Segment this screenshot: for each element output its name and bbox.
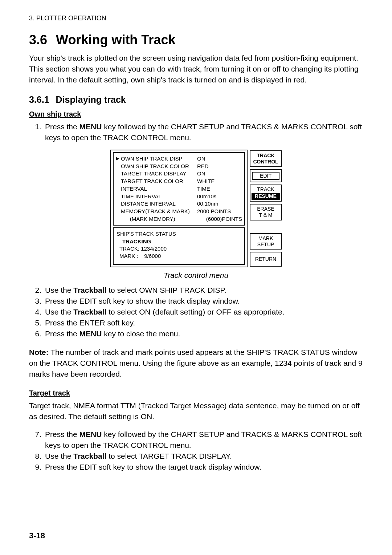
menu-settings-list: OWN SHIP TRACK DISPONOWN SHIP TRACK COLO… bbox=[113, 152, 245, 226]
menu-key: MEMORY(TRACK & MARK) bbox=[121, 208, 197, 215]
menu-value: RED bbox=[197, 163, 242, 170]
menu-soft-keys: TRACK CONTROL EDIT TRACK RESUME ERASE T … bbox=[248, 150, 282, 267]
menu-key: INTERVAL bbox=[121, 185, 197, 193]
step-3: 3. Press the EDIT soft key to show the t… bbox=[29, 296, 363, 307]
step-1: 1. Press the MENU key followed by the CH… bbox=[29, 121, 363, 143]
step-4: 4. Use the Trackball to select ON (defau… bbox=[29, 307, 363, 317]
step-text: Use the Trackball to select TARGET TRACK… bbox=[45, 451, 363, 462]
soft-key-mark-setup[interactable]: MARK SETUP bbox=[250, 233, 282, 250]
menu-row: DISTANCE INTERVAL00.10nm bbox=[116, 200, 242, 208]
menu-row: OWN SHIP TRACK DISPON bbox=[116, 155, 242, 163]
menu-value: (6000)POINTS bbox=[206, 215, 242, 223]
soft-key-track-control[interactable]: TRACK CONTROL bbox=[250, 150, 282, 167]
soft-key-edit[interactable]: EDIT bbox=[250, 169, 282, 183]
menu-row: TIME INTERVAL00m10s bbox=[116, 193, 242, 200]
step-number: 3. bbox=[29, 296, 41, 307]
figure-caption: Track control menu bbox=[29, 271, 363, 280]
menu-value: ON bbox=[197, 155, 242, 163]
target-track-paragraph: Target track, NMEA format TTM (Tracked T… bbox=[29, 400, 363, 422]
step-7: 7. Press the MENU key followed by the CH… bbox=[29, 429, 363, 451]
step-text: Press the EDIT soft key to show the targ… bbox=[45, 462, 363, 473]
step-9: 9. Press the EDIT soft key to show the t… bbox=[29, 462, 363, 473]
menu-row: TARGET TRACK COLORWHITE bbox=[116, 178, 242, 185]
status-line: TRACKING bbox=[117, 238, 242, 245]
ship-track-status-panel: SHIP'S TRACK STATUS TRACKING TRACK: 1234… bbox=[113, 227, 245, 265]
note-paragraph: Note: The number of track and mark point… bbox=[29, 347, 363, 379]
intro-paragraph: Your ship's track is plotted on the scre… bbox=[29, 53, 363, 85]
step-number: 8. bbox=[29, 451, 41, 462]
step-number: 1. bbox=[29, 121, 41, 143]
status-line: SHIP'S TRACK STATUS bbox=[117, 230, 242, 238]
menu-row: (MARK MEMORY)(6000)POINTS bbox=[116, 215, 242, 223]
step-number: 9. bbox=[29, 462, 41, 473]
menu-key: DISTANCE INTERVAL bbox=[121, 200, 197, 208]
target-track-heading: Target track bbox=[29, 389, 363, 397]
step-number: 7. bbox=[29, 429, 41, 451]
step-number: 5. bbox=[29, 317, 41, 328]
subsection-heading: 3.6.1Displaying track bbox=[29, 94, 363, 105]
section-heading: 3.6Working with Track bbox=[29, 32, 363, 48]
step-8: 8. Use the Trackball to select TARGET TR… bbox=[29, 451, 363, 462]
section-number: 3.6 bbox=[29, 32, 47, 47]
step-number: 2. bbox=[29, 285, 41, 296]
step-text: Use the Trackball to select OWN SHIP TRA… bbox=[45, 285, 363, 296]
step-text: Use the Trackball to select ON (default … bbox=[45, 307, 363, 317]
step-2: 2. Use the Trackball to select OWN SHIP … bbox=[29, 285, 363, 296]
subsection-title: Displaying track bbox=[56, 94, 126, 105]
menu-value: 00m10s bbox=[197, 193, 242, 200]
step-text: Press the MENU key followed by the CHART… bbox=[45, 429, 363, 451]
status-line: MARK : 9/6000 bbox=[117, 252, 242, 260]
menu-value: 2000 POINTS bbox=[197, 208, 242, 215]
section-title: Working with Track bbox=[56, 32, 175, 47]
menu-row: INTERVALTIME bbox=[116, 185, 242, 193]
menu-left-panel: OWN SHIP TRACK DISPONOWN SHIP TRACK COLO… bbox=[110, 150, 248, 267]
menu-key: OWN SHIP TRACK COLOR bbox=[121, 163, 197, 170]
menu-key: (MARK MEMORY) bbox=[120, 215, 206, 223]
menu-value: WHITE bbox=[197, 178, 242, 185]
step-text: Press the MENU key to close the menu. bbox=[45, 328, 363, 339]
menu-key: TARGET TRACK COLOR bbox=[121, 178, 197, 185]
subsection-number: 3.6.1 bbox=[29, 94, 49, 105]
own-ship-track-heading: Own ship track bbox=[29, 110, 363, 118]
cursor-arrow-icon bbox=[116, 155, 121, 163]
soft-key-return[interactable]: RETURN bbox=[250, 252, 282, 267]
step-5: 5. Press the ENTER soft key. bbox=[29, 317, 363, 328]
step-number: 4. bbox=[29, 307, 41, 317]
menu-value: ON bbox=[197, 170, 242, 178]
menu-key: OWN SHIP TRACK DISP bbox=[121, 155, 197, 163]
track-control-menu-figure: OWN SHIP TRACK DISPONOWN SHIP TRACK COLO… bbox=[110, 150, 282, 267]
menu-value: 00.10nm bbox=[197, 200, 242, 208]
step-text: Press the ENTER soft key. bbox=[45, 317, 363, 328]
step-number: 6. bbox=[29, 328, 41, 339]
soft-key-track-resume[interactable]: TRACK RESUME bbox=[250, 185, 282, 202]
status-line: TRACK: 1234/2000 bbox=[117, 245, 242, 252]
menu-row: MEMORY(TRACK & MARK)2000 POINTS bbox=[116, 208, 242, 215]
step-6: 6. Press the MENU key to close the menu. bbox=[29, 328, 363, 339]
menu-key: TIME INTERVAL bbox=[121, 193, 197, 200]
menu-value: TIME bbox=[197, 185, 242, 193]
page-number: 3-18 bbox=[29, 531, 45, 540]
page-header: 3. PLOTTER OPERATION bbox=[29, 15, 363, 22]
menu-row: TARGET TRACK DISPLAYON bbox=[116, 170, 242, 178]
step-text: Press the MENU key followed by the CHART… bbox=[45, 121, 363, 143]
step-text: Press the EDIT soft key to show the trac… bbox=[45, 296, 363, 307]
soft-key-erase-tm[interactable]: ERASE T & M bbox=[250, 204, 282, 220]
menu-key: TARGET TRACK DISPLAY bbox=[121, 170, 197, 178]
menu-row: OWN SHIP TRACK COLORRED bbox=[116, 163, 242, 170]
